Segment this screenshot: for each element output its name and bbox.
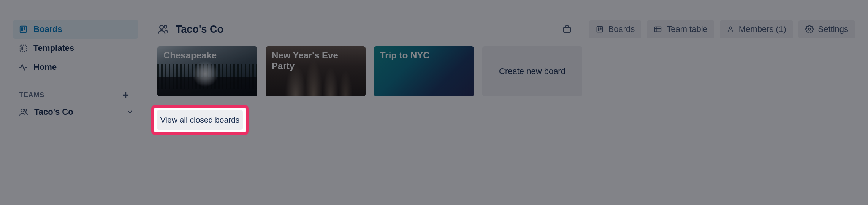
svg-point-8	[164, 25, 167, 28]
sidebar-item-home[interactable]: Home	[13, 58, 138, 77]
svg-rect-2	[24, 27, 25, 30]
board-tile-title: New Year's Eve Party	[272, 50, 338, 71]
people-icon	[157, 24, 169, 35]
tab-team-table[interactable]: Team table	[647, 20, 714, 38]
sidebar-item-boards[interactable]: Boards	[13, 20, 138, 39]
sidebar: Boards Templates Home TEAMS +	[13, 20, 138, 121]
svg-rect-3	[20, 45, 27, 52]
team-header: Taco's Co	[157, 20, 855, 39]
board-tile[interactable]: New Year's Eve Party	[266, 46, 366, 96]
people-icon	[19, 107, 28, 117]
svg-rect-13	[655, 27, 661, 32]
sidebar-team-item[interactable]: Taco's Co	[13, 102, 138, 121]
svg-point-17	[729, 27, 732, 29]
team-title-label: Taco's Co	[176, 24, 223, 35]
tab-label: Members (1)	[739, 24, 786, 34]
svg-point-6	[24, 109, 27, 111]
team-title: Taco's Co	[157, 24, 223, 35]
add-team-button[interactable]: +	[119, 88, 132, 102]
svg-rect-4	[21, 46, 23, 50]
chevron-down-icon	[126, 108, 134, 116]
trello-board-icon	[19, 25, 27, 33]
svg-point-7	[160, 25, 163, 29]
main-content: Taco's Co	[157, 20, 855, 121]
sidebar-item-label: Home	[33, 62, 57, 72]
tab-boards[interactable]: Boards	[589, 20, 641, 38]
svg-point-5	[21, 109, 24, 112]
tab-label: Boards	[608, 24, 635, 34]
svg-point-18	[808, 28, 811, 30]
team-item-label: Taco's Co	[34, 107, 73, 117]
create-new-board-label: Create new board	[499, 66, 565, 76]
svg-rect-11	[598, 27, 600, 31]
gear-icon	[805, 25, 814, 33]
view-closed-boards-button[interactable]: View all closed boards	[157, 110, 243, 130]
template-icon	[19, 44, 27, 52]
briefcase-icon[interactable]	[562, 25, 572, 34]
view-closed-boards-label: View all closed boards	[160, 115, 240, 125]
tab-label: Settings	[818, 24, 849, 34]
team-tab-row: Boards Team table	[562, 20, 855, 38]
activity-icon	[19, 63, 27, 71]
sidebar-item-templates[interactable]: Templates	[13, 39, 138, 58]
board-tile-title: Chesapeake	[163, 50, 217, 60]
board-tile[interactable]: Trip to NYC	[374, 46, 474, 96]
svg-rect-9	[564, 27, 570, 32]
teams-heading-label: TEAMS	[19, 91, 44, 99]
create-new-board-tile[interactable]: Create new board	[482, 46, 582, 96]
board-tile[interactable]: Chesapeake	[157, 46, 257, 96]
svg-rect-0	[20, 26, 27, 33]
table-icon	[654, 25, 662, 33]
teams-section-header: TEAMS +	[13, 87, 138, 102]
tab-members[interactable]: Members (1)	[720, 20, 793, 38]
trello-board-icon	[596, 25, 603, 33]
sidebar-item-label: Templates	[33, 43, 74, 53]
boards-row: Chesapeake New Year's Eve Party Trip to …	[157, 46, 855, 96]
svg-rect-10	[597, 27, 603, 32]
closed-boards-highlight: View all closed boards	[151, 105, 249, 135]
sidebar-item-label: Boards	[33, 24, 62, 34]
svg-rect-1	[21, 27, 23, 31]
person-icon	[727, 25, 734, 33]
tab-label: Team table	[667, 24, 708, 34]
tab-settings[interactable]: Settings	[798, 20, 855, 38]
board-tile-title: Trip to NYC	[380, 50, 430, 60]
svg-rect-12	[600, 27, 602, 29]
